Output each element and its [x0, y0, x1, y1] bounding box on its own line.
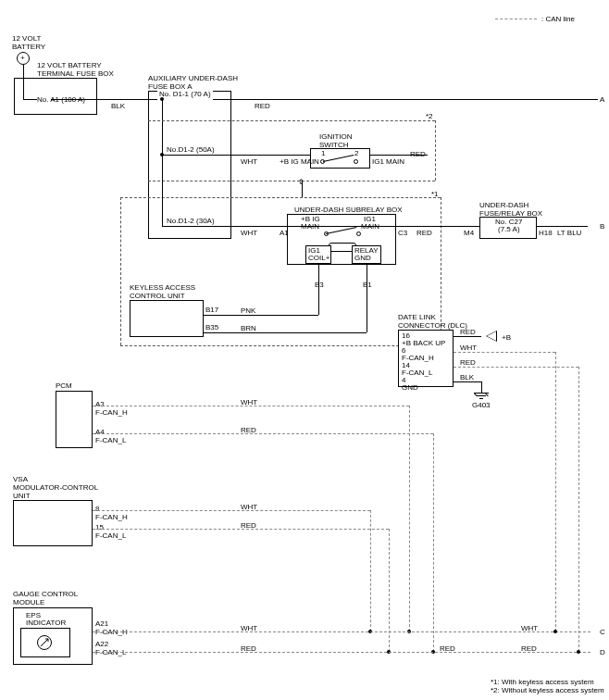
fuse-d1-1-label: No. D1-1 (70 A): [157, 89, 213, 100]
double-arrow-up: ⇕: [298, 178, 304, 187]
pcm-pin-a3-label: F-CAN_H: [95, 408, 128, 418]
fuse-d1-2-30a-label: No.D1-2 (30A): [167, 217, 215, 226]
offpage-c-label: C: [600, 628, 605, 637]
ig1-coil-lbl2: COIL+: [308, 254, 329, 263]
offpage-d-label: D: [600, 648, 605, 657]
battery-plus: +: [20, 54, 25, 63]
wire-wht-label-2: WHT: [241, 229, 257, 238]
subrelay-ig1-2: MAIN: [361, 222, 379, 231]
wire-ltblu-label: LT BLU: [557, 229, 581, 238]
wire-blk-label: BLK: [111, 102, 125, 111]
dlc-pin16-label: +B BACK UP: [402, 339, 445, 348]
gauge-wire-wht-r: WHT: [521, 624, 538, 633]
dlc-wht6: WHT: [460, 344, 477, 353]
pcm-pin-a4-label: F-CAN_L: [95, 436, 126, 445]
gauge-can-l-wire: [93, 652, 590, 653]
vsa-wire-red: RED: [241, 521, 256, 531]
wire-red-to-a: [231, 99, 590, 100]
vsa-pin-15-label: F-CAN_L: [95, 531, 126, 541]
can-l-trunk: [578, 367, 579, 652]
wire-red-subrelay-label: RED: [416, 229, 432, 238]
legend-can-line-sample: [495, 19, 537, 19]
pcm-wire-wht: WHT: [241, 398, 257, 407]
plus-b-triangle: [486, 331, 497, 342]
ground-g403: G403: [472, 401, 491, 410]
fuse-d1-2-50a-label: No.D1-2 (50A): [167, 145, 215, 155]
ud-frb-pin-h18: H18: [539, 229, 553, 238]
gauge-wire-red: RED: [241, 644, 256, 654]
wire-pnk: [204, 315, 318, 316]
vsa-box: [13, 500, 93, 546]
gauge-can-h-wire: [93, 631, 590, 632]
offpage-b-label: B: [600, 222, 604, 231]
dlc-pin14-label: F-CAN_L: [402, 369, 432, 378]
gauge-wire-red-r: RED: [521, 644, 537, 654]
wire-brn-label: BRN: [241, 324, 256, 333]
gauge-wire-red-mid: RED: [440, 644, 455, 654]
keyless-pin-b35: B35: [205, 323, 218, 332]
offpage-a-label: A: [600, 95, 604, 105]
pcm-title: PCM: [56, 381, 72, 391]
ud-frb-fuse-c27-2: (7.5 A): [498, 225, 520, 234]
battery-title-2: BATTERY: [12, 43, 45, 52]
ign-ig1-main: IG1 MAIN: [372, 157, 404, 167]
ud-frb-pin-m4: M4: [464, 229, 474, 238]
dlc-pin4-label: GND: [402, 383, 418, 393]
ignition-pin-2: 2: [354, 149, 358, 158]
eps-title2: INDICATOR: [26, 619, 66, 628]
wire-wht-to-subrelay: [231, 226, 287, 227]
subrelay-bigin-2: MAIN: [301, 222, 319, 231]
wire-red-label-1: RED: [255, 102, 270, 111]
dlc-red16: RED: [460, 328, 476, 337]
wire-wht-label-1: WHT: [241, 157, 257, 167]
subrelay-pin-c3: C3: [398, 229, 407, 238]
note-2: *2: Without keyless access system: [491, 686, 604, 695]
wire-wht-to-ignition: [231, 155, 310, 156]
star1-marker: *1: [431, 190, 439, 199]
keyless-pin-b17: B17: [205, 306, 218, 315]
vsa-pin-8-label: F-CAN_H: [95, 513, 128, 522]
wire-red-ign-label: RED: [410, 150, 426, 159]
relay-gnd-lbl2: GND: [354, 254, 371, 263]
pcm-can-l-wire: [93, 433, 433, 434]
ignition-pin-1: 1: [321, 149, 325, 158]
vsa-wire-wht: WHT: [241, 503, 257, 512]
gauge-wire-wht: WHT: [241, 624, 257, 633]
wire-brn: [204, 332, 367, 333]
dlc-blk4: BLK: [460, 373, 474, 382]
gauge-title2: MODULE: [13, 598, 44, 607]
keyless-box: [130, 300, 204, 337]
legend-can-line-label: : CAN line: [541, 15, 575, 24]
star2-marker: *2: [426, 112, 433, 121]
wire-pnk-label: PNK: [241, 306, 255, 316]
dlc-red14: RED: [460, 358, 476, 368]
vsa-can-h-wire: [93, 510, 370, 511]
pcm-box: [56, 391, 93, 448]
ign-b-ig-main: +B IG MAIN: [280, 157, 319, 167]
ign-switch-contact-2: [354, 159, 358, 164]
pcm-wire-red: RED: [241, 426, 256, 435]
wire-red-subrelay-out: [396, 226, 461, 227]
eps-indicator-arrow-icon: [40, 638, 49, 647]
plus-b-label: +B: [502, 333, 511, 343]
can-h-trunk: [555, 352, 556, 631]
wire-blk-batt: [97, 99, 148, 100]
